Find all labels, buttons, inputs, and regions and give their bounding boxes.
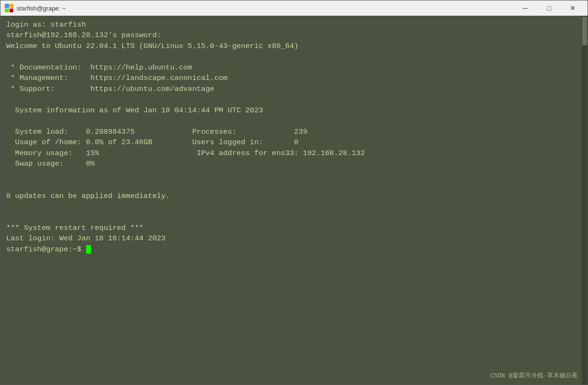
- title-bar: starfish@grape: ~ ─ □ ✕: [0, 0, 588, 16]
- terminal-line: * Management: https://landscape.canonica…: [6, 73, 582, 83]
- terminal-line: starfish@192.168.28.132's password:: [6, 30, 582, 40]
- scrollbar[interactable]: [582, 16, 588, 385]
- terminal-line: * Documentation: https://help.ubuntu.com: [6, 62, 582, 73]
- close-button[interactable]: ✕: [562, 0, 584, 16]
- window-controls: ─ □ ✕: [514, 0, 584, 16]
- terminal-line: * Support: https://ubuntu.com/advantage: [6, 84, 582, 94]
- watermark: CSDN @凝霜月冷残-草木破白夜: [490, 372, 578, 381]
- app-icon: [4, 3, 14, 13]
- terminal-line: [6, 51, 582, 62]
- terminal-line: Swap usage: 0%: [6, 158, 582, 169]
- terminal-line: Welcome to Ubuntu 22.04.1 LTS (GNU/Linux…: [6, 41, 582, 51]
- terminal-line: [6, 201, 582, 212]
- maximize-button[interactable]: □: [538, 0, 560, 16]
- minimize-button[interactable]: ─: [514, 0, 536, 16]
- terminal-line: [6, 169, 582, 180]
- terminal-line: [6, 94, 582, 105]
- terminal-line: Memory usage: 15% IPv4 address for ens33…: [6, 148, 582, 158]
- terminal-line: System information as of Wed Jan 18 04:1…: [6, 105, 582, 116]
- terminal-window: starfish@grape: ~ ─ □ ✕ login as: starfi…: [0, 0, 588, 385]
- terminal-line: [6, 212, 582, 222]
- terminal-line: [6, 116, 582, 126]
- window-title: starfish@grape: ~: [17, 5, 66, 12]
- terminal-line: Last login: Wed Jan 18 16:14:44 2023: [6, 233, 582, 244]
- terminal-line: *** System restart required ***: [6, 223, 582, 233]
- terminal-cursor: [86, 245, 91, 254]
- terminal-line: System load: 0.208984375 Processes: 239: [6, 127, 582, 137]
- scrollbar-thumb[interactable]: [582, 17, 587, 45]
- terminal-line: Usage of /home: 0.0% of 23.46GB Users lo…: [6, 137, 582, 148]
- title-bar-left: starfish@grape: ~: [4, 3, 66, 13]
- terminal-line: 0 updates can be applied immediately.: [6, 191, 582, 201]
- terminal-body[interactable]: login as: starfishstarfish@192.168.28.13…: [0, 16, 588, 385]
- terminal-line: [6, 180, 582, 190]
- terminal-output: login as: starfishstarfish@192.168.28.13…: [6, 20, 582, 255]
- terminal-line: starfish@grape:~$: [6, 244, 582, 255]
- terminal-line: login as: starfish: [6, 20, 582, 30]
